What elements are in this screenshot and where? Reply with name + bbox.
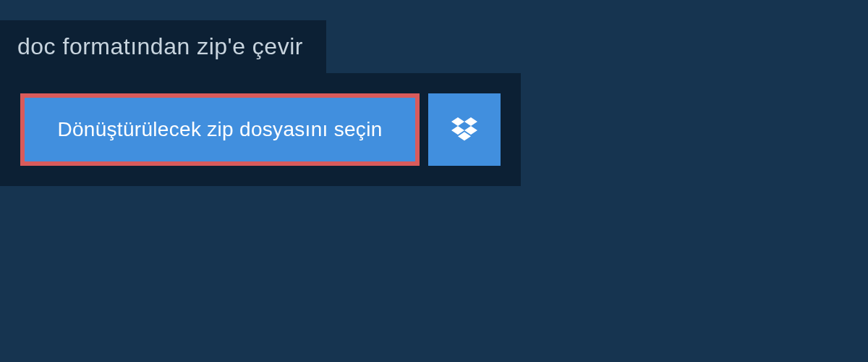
button-row: Dönüştürülecek zip dosyasını seçin <box>20 93 501 166</box>
dropbox-icon <box>451 115 477 144</box>
dropbox-button[interactable] <box>428 93 501 166</box>
select-file-label: Dönüştürülecek zip dosyasını seçin <box>57 118 382 141</box>
select-file-button[interactable]: Dönüştürülecek zip dosyasını seçin <box>20 93 420 166</box>
header-tab: doc formatından zip'e çevir <box>0 20 326 73</box>
page-title: doc formatından zip'e çevir <box>17 33 303 59</box>
upload-panel: Dönüştürülecek zip dosyasını seçin <box>0 73 521 186</box>
